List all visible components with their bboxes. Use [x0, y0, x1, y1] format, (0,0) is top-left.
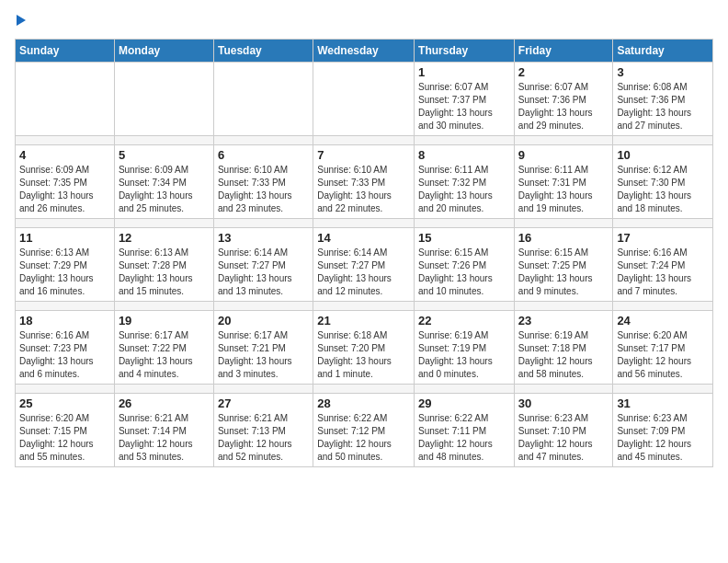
cell-day-number: 3 — [617, 65, 709, 79]
calendar-cell: 25Sunrise: 6:20 AM Sunset: 7:15 PM Dayli… — [16, 394, 115, 467]
calendar-cell: 18Sunrise: 6:16 AM Sunset: 7:23 PM Dayli… — [16, 311, 115, 385]
separator-cell — [613, 385, 713, 394]
cell-info-text: Sunrise: 6:22 AM Sunset: 7:12 PM Dayligh… — [317, 412, 410, 464]
separator-cell — [313, 219, 415, 228]
calendar-week-2: 4Sunrise: 6:09 AM Sunset: 7:35 PM Daylig… — [16, 145, 713, 219]
calendar-separator-row — [16, 219, 713, 228]
separator-cell — [514, 136, 613, 145]
calendar-cell: 6Sunrise: 6:10 AM Sunset: 7:33 PM Daylig… — [213, 145, 313, 219]
separator-cell — [514, 302, 613, 311]
calendar-cell: 20Sunrise: 6:17 AM Sunset: 7:21 PM Dayli… — [213, 311, 313, 385]
cell-info-text: Sunrise: 6:13 AM Sunset: 7:29 PM Dayligh… — [19, 247, 110, 298]
weekday-header-wednesday: Wednesday — [313, 40, 415, 63]
separator-cell — [16, 136, 115, 145]
cell-day-number: 24 — [617, 314, 709, 327]
cell-info-text: Sunrise: 6:19 AM Sunset: 7:19 PM Dayligh… — [418, 329, 510, 381]
cell-day-number: 21 — [317, 314, 410, 327]
weekday-header-thursday: Thursday — [415, 40, 515, 63]
cell-info-text: Sunrise: 6:14 AM Sunset: 7:27 PM Dayligh… — [218, 247, 309, 298]
calendar-separator-row — [16, 136, 713, 145]
calendar-cell: 24Sunrise: 6:20 AM Sunset: 7:17 PM Dayli… — [613, 311, 713, 385]
separator-cell — [514, 219, 613, 228]
cell-info-text: Sunrise: 6:12 AM Sunset: 7:30 PM Dayligh… — [617, 164, 709, 215]
separator-cell — [514, 385, 613, 394]
separator-cell — [114, 136, 213, 145]
separator-cell — [114, 219, 213, 228]
calendar-cell: 5Sunrise: 6:09 AM Sunset: 7:34 PM Daylig… — [114, 145, 213, 219]
cell-info-text: Sunrise: 6:22 AM Sunset: 7:11 PM Dayligh… — [418, 412, 510, 464]
cell-info-text: Sunrise: 6:16 AM Sunset: 7:24 PM Dayligh… — [617, 247, 709, 298]
cell-day-number: 23 — [518, 314, 609, 327]
cell-day-number: 26 — [119, 396, 210, 410]
cell-info-text: Sunrise: 6:07 AM Sunset: 7:36 PM Dayligh… — [518, 81, 609, 132]
calendar-cell: 11Sunrise: 6:13 AM Sunset: 7:29 PM Dayli… — [16, 228, 115, 302]
separator-cell — [114, 302, 213, 311]
cell-info-text: Sunrise: 6:15 AM Sunset: 7:25 PM Dayligh… — [518, 247, 609, 298]
calendar-cell: 14Sunrise: 6:14 AM Sunset: 7:27 PM Dayli… — [313, 228, 415, 302]
separator-cell — [313, 385, 415, 394]
logo-arrow-icon — [17, 15, 26, 26]
weekday-header-friday: Friday — [514, 40, 613, 63]
cell-day-number: 7 — [317, 148, 410, 162]
calendar-cell: 23Sunrise: 6:19 AM Sunset: 7:18 PM Dayli… — [514, 311, 613, 385]
calendar-week-5: 25Sunrise: 6:20 AM Sunset: 7:15 PM Dayli… — [16, 394, 713, 467]
calendar-cell: 3Sunrise: 6:08 AM Sunset: 7:36 PM Daylig… — [613, 63, 713, 136]
cell-info-text: Sunrise: 6:17 AM Sunset: 7:21 PM Dayligh… — [218, 329, 309, 381]
cell-info-text: Sunrise: 6:20 AM Sunset: 7:15 PM Dayligh… — [19, 412, 110, 464]
cell-info-text: Sunrise: 6:21 AM Sunset: 7:14 PM Dayligh… — [119, 412, 210, 464]
weekday-header-saturday: Saturday — [613, 40, 713, 63]
separator-cell — [613, 302, 713, 311]
calendar-cell: 21Sunrise: 6:18 AM Sunset: 7:20 PM Dayli… — [313, 311, 415, 385]
cell-day-number: 25 — [19, 396, 110, 410]
separator-cell — [16, 302, 115, 311]
calendar-week-4: 18Sunrise: 6:16 AM Sunset: 7:23 PM Dayli… — [16, 311, 713, 385]
cell-info-text: Sunrise: 6:11 AM Sunset: 7:31 PM Dayligh… — [518, 164, 609, 215]
cell-info-text: Sunrise: 6:09 AM Sunset: 7:34 PM Dayligh… — [119, 164, 210, 215]
cell-day-number: 11 — [19, 231, 110, 245]
cell-info-text: Sunrise: 6:09 AM Sunset: 7:35 PM Dayligh… — [19, 164, 110, 215]
separator-cell — [213, 219, 313, 228]
calendar-cell: 8Sunrise: 6:11 AM Sunset: 7:32 PM Daylig… — [415, 145, 515, 219]
cell-day-number: 9 — [518, 148, 609, 162]
cell-info-text: Sunrise: 6:20 AM Sunset: 7:17 PM Dayligh… — [617, 329, 709, 381]
cell-day-number: 17 — [617, 231, 709, 245]
calendar-cell: 15Sunrise: 6:15 AM Sunset: 7:26 PM Dayli… — [415, 228, 515, 302]
calendar-table: SundayMondayTuesdayWednesdayThursdayFrid… — [15, 39, 713, 467]
cell-day-number: 28 — [317, 396, 410, 410]
cell-day-number: 5 — [119, 148, 210, 162]
cell-day-number: 2 — [518, 65, 609, 79]
cell-day-number: 29 — [418, 396, 510, 410]
weekday-header-tuesday: Tuesday — [213, 40, 313, 63]
logo — [15, 15, 26, 28]
separator-cell — [415, 136, 515, 145]
logo-text — [15, 15, 26, 28]
cell-day-number: 14 — [317, 231, 410, 245]
cell-day-number: 27 — [218, 396, 309, 410]
cell-day-number: 13 — [218, 231, 309, 245]
calendar-cell: 10Sunrise: 6:12 AM Sunset: 7:30 PM Dayli… — [613, 145, 713, 219]
weekday-header-monday: Monday — [114, 40, 213, 63]
cell-info-text: Sunrise: 6:13 AM Sunset: 7:28 PM Dayligh… — [119, 247, 210, 298]
cell-info-text: Sunrise: 6:10 AM Sunset: 7:33 PM Dayligh… — [317, 164, 410, 215]
calendar-cell: 7Sunrise: 6:10 AM Sunset: 7:33 PM Daylig… — [313, 145, 415, 219]
cell-info-text: Sunrise: 6:08 AM Sunset: 7:36 PM Dayligh… — [617, 81, 709, 132]
cell-day-number: 16 — [518, 231, 609, 245]
calendar-cell: 4Sunrise: 6:09 AM Sunset: 7:35 PM Daylig… — [16, 145, 115, 219]
cell-info-text: Sunrise: 6:18 AM Sunset: 7:20 PM Dayligh… — [317, 329, 410, 381]
separator-cell — [313, 136, 415, 145]
calendar-separator-row — [16, 302, 713, 311]
separator-cell — [213, 385, 313, 394]
calendar-cell: 22Sunrise: 6:19 AM Sunset: 7:19 PM Dayli… — [415, 311, 515, 385]
header — [15, 15, 713, 28]
separator-cell — [213, 136, 313, 145]
separator-cell — [313, 302, 415, 311]
calendar-cell — [313, 63, 415, 136]
calendar-separator-row — [16, 385, 713, 394]
calendar-header-row: SundayMondayTuesdayWednesdayThursdayFrid… — [16, 40, 713, 63]
cell-day-number: 31 — [617, 396, 709, 410]
separator-cell — [16, 385, 115, 394]
calendar-cell: 29Sunrise: 6:22 AM Sunset: 7:11 PM Dayli… — [415, 394, 515, 467]
calendar-cell: 9Sunrise: 6:11 AM Sunset: 7:31 PM Daylig… — [514, 145, 613, 219]
calendar-week-1: 1Sunrise: 6:07 AM Sunset: 7:37 PM Daylig… — [16, 63, 713, 136]
cell-day-number: 19 — [119, 314, 210, 327]
